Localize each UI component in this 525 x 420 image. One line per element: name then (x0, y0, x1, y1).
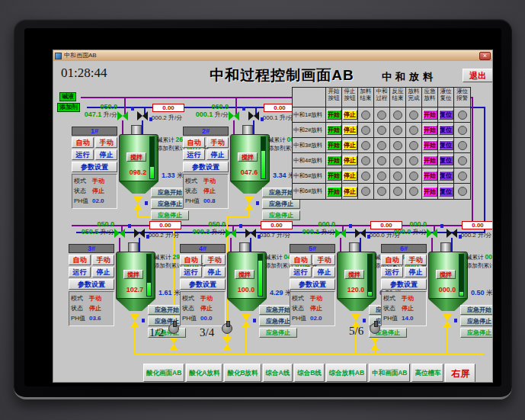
emergency-discharge-button[interactable]: 开始 (423, 110, 437, 120)
parameter-settings-button[interactable]: 参数设置 (69, 279, 114, 290)
run-button[interactable]: 运行 (381, 267, 403, 277)
run-button[interactable]: 运行 (180, 267, 202, 277)
alkali-inlet-valve-icon[interactable] (335, 229, 346, 238)
auto-button[interactable]: 自动 (69, 255, 91, 265)
auto-button[interactable]: 自动 (290, 255, 312, 265)
alkali-feed-pipe (340, 238, 341, 252)
nav-acidify-a-discharge-button[interactable]: 酸化A放料 (186, 364, 222, 382)
auto-button[interactable]: 自动 (180, 255, 202, 265)
stop-button[interactable]: 停止 (313, 267, 335, 277)
run-button[interactable]: 运行 (183, 149, 205, 160)
emergency-discharge-button[interactable]: 开始 (423, 155, 437, 165)
discharge-valve-icon[interactable] (242, 314, 251, 328)
stir-button[interactable]: 搅拌 (123, 270, 143, 279)
manual-button[interactable]: 手动 (95, 137, 117, 148)
discharge-valve-icon[interactable] (130, 314, 139, 328)
release-stop-button[interactable]: 停止 (343, 125, 357, 135)
release-start-button[interactable]: 开始 (327, 125, 341, 135)
release-stop-button[interactable]: 停止 (343, 110, 357, 120)
run-button[interactable]: 运行 (69, 267, 91, 277)
emergency-discharge-button[interactable]: 开始 (423, 171, 437, 181)
emergency-discharge-button[interactable]: 开始 (423, 125, 437, 135)
parameter-settings-button[interactable]: 参数设置 (180, 279, 226, 290)
stop-button[interactable]: 停止 (405, 267, 427, 277)
level-reset-button[interactable]: 复位 (439, 171, 453, 181)
discharge-valve-icon[interactable] (245, 197, 254, 210)
close-icon[interactable]: × (479, 52, 491, 60)
alkali-inlet-valve-icon[interactable] (229, 111, 239, 120)
pump-5-6-icon[interactable] (370, 323, 380, 334)
release-stop-button[interactable]: 停止 (343, 155, 357, 165)
stop-button[interactable]: 停止 (95, 149, 117, 160)
stir-button[interactable]: 搅拌 (344, 270, 364, 279)
release-start-button[interactable]: 开始 (327, 140, 341, 150)
release-row-label: 中和5#放料 (293, 168, 326, 184)
stir-button[interactable]: 搅拌 (235, 270, 254, 279)
nav-high-tank-truck-button[interactable]: 高位槽车 (411, 364, 443, 382)
right-screen-button[interactable]: 右屏 (445, 364, 475, 382)
pump-1-2-icon[interactable] (168, 323, 179, 334)
stir-button[interactable]: 搅拌 (238, 152, 258, 162)
release-stop-button[interactable]: 停止 (343, 187, 357, 197)
parameter-settings-button[interactable]: 参数设置 (72, 162, 117, 172)
additive-inlet-valve-icon[interactable] (137, 111, 148, 120)
manual-button[interactable]: 手动 (313, 255, 335, 265)
nav-acidify-screen-ab-button[interactable]: 酸化画面AB (143, 364, 184, 382)
emergency-stop-button[interactable]: 应急停止 (460, 316, 492, 326)
alkali-inlet-valve-icon[interactable] (226, 229, 236, 238)
additive-inlet-valve-icon[interactable] (245, 229, 256, 238)
parameter-settings-button[interactable]: 参数设置 (183, 162, 229, 172)
manual-button[interactable]: 手动 (203, 255, 226, 265)
manual-button[interactable]: 手动 (206, 137, 229, 148)
emergency-discharge-button[interactable]: 开始 (423, 187, 437, 197)
alkali-inlet-valve-icon[interactable] (114, 229, 125, 238)
manual-button[interactable]: 手动 (92, 255, 114, 265)
auto-button[interactable]: 自动 (72, 137, 94, 148)
nav-combined-a-line-button[interactable]: 综合A线 (263, 364, 293, 382)
level-reset-button[interactable]: 复位 (439, 110, 453, 120)
additive-inlet-valve-icon[interactable] (355, 229, 366, 238)
release-start-button[interactable]: 开始 (327, 155, 341, 165)
auto-button[interactable]: 自动 (183, 137, 205, 148)
tank-control-panel: 6# 自动 手动 运行 停止 参数设置 模式手动 状态停止 PH值14.0 (381, 244, 427, 334)
stop-button[interactable]: 停止 (203, 267, 226, 277)
run-button[interactable]: 运行 (72, 149, 94, 160)
parameter-settings-button[interactable]: 参数设置 (381, 279, 427, 290)
level-reset-button[interactable]: 复位 (439, 187, 453, 197)
pump-3-4-icon[interactable] (222, 323, 232, 334)
ph-value: 02.0 (310, 313, 322, 323)
nav-neutralize-screen-ab-button[interactable]: 中和画面AB (369, 364, 410, 382)
stop-button[interactable]: 停止 (206, 149, 229, 160)
parameter-settings-button[interactable]: 参数设置 (290, 279, 335, 290)
release-table-title: 中和放料 (360, 70, 459, 84)
release-start-button[interactable]: 开始 (327, 187, 341, 197)
alkali-inlet-valve-icon[interactable] (427, 229, 437, 238)
nav-acidify-b-discharge-button[interactable]: 酸化B放料 (224, 364, 261, 382)
discharge-valve-icon[interactable] (133, 197, 142, 210)
release-stop-button[interactable]: 停止 (343, 171, 357, 181)
auto-button[interactable]: 自动 (381, 255, 403, 265)
discharge-valve-icon[interactable] (443, 314, 452, 328)
emergency-stop-button[interactable]: 应急停止 (262, 199, 300, 209)
nav-combined-discharge-ab-button[interactable]: 综合放料AB (326, 364, 367, 382)
level-reset-button[interactable]: 复位 (439, 155, 453, 165)
stop-button[interactable]: 停止 (92, 267, 114, 277)
release-start-button[interactable]: 开始 (327, 171, 341, 181)
additive-inlet-valve-icon[interactable] (447, 229, 457, 238)
nav-combined-b-line-button[interactable]: 综合B线 (294, 364, 325, 382)
run-button[interactable]: 运行 (290, 267, 312, 277)
release-start-button[interactable]: 开始 (327, 110, 341, 120)
manual-button[interactable]: 手动 (405, 255, 427, 265)
level-reset-button[interactable]: 复位 (439, 125, 453, 135)
additive-inlet-valve-icon[interactable] (134, 229, 145, 238)
stir-button[interactable]: 搅拌 (126, 152, 146, 162)
window-titlebar[interactable]: 中和画面AB × (53, 50, 492, 61)
alkali-inlet-valve-icon[interactable] (117, 111, 128, 120)
stir-button[interactable]: 搅拌 (436, 270, 456, 279)
emergency-discharge-button[interactable]: 开始 (423, 140, 437, 150)
emergency-start-button[interactable]: 应急开始 (460, 305, 492, 315)
additive-inlet-valve-icon[interactable] (248, 111, 259, 120)
release-stop-button[interactable]: 停止 (343, 140, 357, 150)
exit-button[interactable]: 退出 (463, 69, 492, 82)
level-reset-button[interactable]: 复位 (439, 140, 453, 150)
